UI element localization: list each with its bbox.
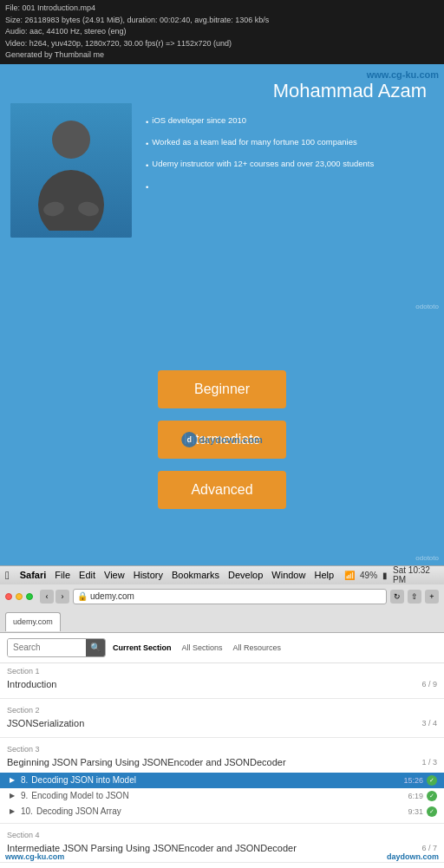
bullet-1: iOS developer since 2010 bbox=[152, 112, 246, 128]
section-2-title-row[interactable]: JSONSerialization 3 / 4 bbox=[0, 716, 444, 734]
lesson-9-title: Encoding Model to JSON bbox=[31, 791, 128, 800]
lesson-10-title: Decoding JSON Array bbox=[36, 806, 121, 816]
develop-menu[interactable]: Develop bbox=[228, 570, 263, 580]
new-tab-button[interactable]: + bbox=[425, 590, 439, 604]
bottom-left-watermark: www.cg-ku.com bbox=[5, 852, 64, 861]
file-info-line2: Size: 26118983 bytes (24.91 MiB), durati… bbox=[5, 15, 439, 27]
menu-bar:  Safari File Edit View History Bookmark… bbox=[0, 565, 444, 584]
section-1-label: Section 1 bbox=[0, 663, 444, 677]
share-button[interactable]: ⇧ bbox=[408, 590, 421, 604]
buttons-bottom-watermark: odototo bbox=[415, 554, 439, 562]
section-4-title: Intermediate JSON Parsing Using JSONEnco… bbox=[7, 843, 297, 853]
bullet-points: •iOS developer since 2010 •Worked as a t… bbox=[146, 112, 434, 199]
section-1-title-row[interactable]: Introduction 6 / 9 bbox=[0, 677, 444, 695]
filter-current-section[interactable]: Current Section bbox=[109, 642, 175, 654]
section-3-label: Section 3 bbox=[0, 741, 444, 755]
history-menu[interactable]: History bbox=[134, 570, 163, 580]
lesson-row-10[interactable]: ▶ 10. Decoding JSON Array 9:31 ✓ bbox=[0, 804, 444, 819]
daydown-overlay: d daydown.com bbox=[181, 432, 262, 447]
clock: Sat 10:32 PM bbox=[393, 565, 439, 584]
view-menu[interactable]: View bbox=[104, 570, 125, 580]
battery-icon: ▮ bbox=[382, 571, 388, 580]
buttons-area: Beginner d daydown.com Intermediate Adva… bbox=[0, 314, 444, 565]
reload-button[interactable]: ↻ bbox=[390, 590, 404, 604]
lesson-10-number: 10. bbox=[21, 806, 33, 816]
bookmarks-menu[interactable]: Bookmarks bbox=[172, 570, 219, 580]
tab-label: udemy.com bbox=[13, 617, 53, 626]
address-bar[interactable]: 🔒 udemy.com bbox=[73, 589, 387, 604]
lesson-9-number: 9. bbox=[21, 791, 28, 800]
search-icon: 🔍 bbox=[90, 643, 101, 652]
lesson-10-duration: 9:31 bbox=[408, 807, 423, 816]
back-button[interactable]: ‹ bbox=[40, 590, 54, 604]
lesson-9-left: ▶ 9. Encoding Model to JSON bbox=[7, 791, 129, 801]
play-icon-10: ▶ bbox=[7, 806, 17, 817]
apple-menu[interactable]:  bbox=[5, 569, 10, 582]
section-3-title-row[interactable]: Beginning JSON Parsing Using JSONEncoder… bbox=[0, 755, 444, 773]
safari-menu[interactable]: Safari bbox=[20, 570, 47, 580]
search-input[interactable] bbox=[8, 639, 86, 656]
lock-icon: 🔒 bbox=[77, 591, 88, 601]
lesson-8-duration: 15:26 bbox=[403, 776, 423, 785]
browser-tabs: udemy.com bbox=[0, 609, 444, 631]
nav-buttons: ‹ › bbox=[40, 590, 69, 604]
search-bar: 🔍 Current Section All Sections All Resou… bbox=[0, 633, 444, 663]
svg-point-1 bbox=[38, 170, 104, 231]
section-3-title: Beginning JSON Parsing Using JSONEncoder… bbox=[7, 757, 286, 767]
lesson-8-left: ▶ 8. Decoding JSON into Model bbox=[7, 775, 136, 786]
section-1-count: 6 / 9 bbox=[421, 680, 437, 689]
help-menu[interactable]: Help bbox=[314, 570, 334, 580]
section-4-title-row[interactable]: Intermediate JSON Parsing Using JSONEnco… bbox=[0, 841, 444, 858]
close-window-button[interactable] bbox=[5, 593, 12, 600]
instructor-photo bbox=[10, 103, 132, 238]
daydown-text: daydown.com bbox=[199, 434, 262, 445]
daydown-icon: d bbox=[181, 432, 197, 447]
play-icon-9: ▶ bbox=[7, 791, 17, 801]
lesson-8-check: ✓ bbox=[427, 775, 437, 786]
file-info-line3: Audio: aac, 44100 Hz, stereo (eng) bbox=[5, 26, 439, 38]
file-menu[interactable]: File bbox=[55, 570, 70, 580]
lesson-10-left: ▶ 10. Decoding JSON Array bbox=[7, 806, 121, 817]
search-input-wrapper: 🔍 bbox=[7, 638, 106, 657]
bullet-3: Udemy instructor with 12+ courses and ov… bbox=[152, 155, 374, 172]
battery-info: 49% bbox=[360, 571, 377, 580]
section-4-count: 6 / 7 bbox=[421, 844, 437, 852]
menu-items: Safari File Edit View History Bookmarks … bbox=[20, 570, 334, 580]
search-button[interactable]: 🔍 bbox=[86, 638, 105, 657]
section-4-label: Section 4 bbox=[0, 827, 444, 841]
lesson-9-check: ✓ bbox=[427, 791, 437, 801]
section-1-title: Introduction bbox=[7, 679, 56, 689]
wifi-icon: 📶 bbox=[344, 571, 355, 580]
forward-button[interactable]: › bbox=[56, 590, 69, 604]
edit-menu[interactable]: Edit bbox=[79, 570, 95, 580]
section-2-title: JSONSerialization bbox=[7, 718, 84, 728]
play-icon-8: ▶ bbox=[7, 775, 17, 786]
minimize-window-button[interactable] bbox=[16, 593, 23, 600]
svg-point-0 bbox=[52, 121, 90, 159]
filter-all-sections[interactable]: All Sections bbox=[179, 642, 226, 654]
file-info-line5: Generated by Thumbnail me bbox=[5, 49, 439, 62]
file-info-line4: Video: h264, yuv420p, 1280x720, 30.00 fp… bbox=[5, 38, 439, 50]
lesson-8-number: 8. bbox=[21, 775, 28, 785]
menu-right-icons: 📶 49% ▮ Sat 10:32 PM bbox=[344, 565, 439, 584]
bullet-2: Worked as a team lead for many fortune 1… bbox=[152, 134, 356, 150]
file-info-bar: File: 001 Introduction.mp4 Size: 2611898… bbox=[0, 0, 444, 64]
section-3-count: 1 / 3 bbox=[421, 758, 437, 767]
bottom-right-watermark: daydown.com bbox=[387, 852, 439, 861]
address-text: udemy.com bbox=[90, 591, 134, 601]
browser-tab-udemy[interactable]: udemy.com bbox=[5, 612, 61, 631]
maximize-window-button[interactable] bbox=[26, 593, 33, 600]
browser-chrome: ‹ › 🔒 udemy.com ↻ ⇧ + udemy.com bbox=[0, 584, 444, 633]
instructor-name: Mohammad Azam bbox=[273, 80, 427, 102]
beginner-button[interactable]: Beginner bbox=[158, 370, 286, 408]
window-menu[interactable]: Window bbox=[271, 570, 305, 580]
lesson-row-8[interactable]: ▶ 8. Decoding JSON into Model 15:26 ✓ bbox=[0, 773, 444, 788]
advanced-button[interactable]: Advanced bbox=[158, 471, 286, 509]
filter-all-resources[interactable]: All Resources bbox=[230, 642, 285, 654]
lesson-row-9[interactable]: ▶ 9. Encoding Model to JSON 6:19 ✓ bbox=[0, 788, 444, 804]
section-2-count: 3 / 4 bbox=[421, 719, 437, 728]
video-bottom-watermark: odototo bbox=[415, 303, 439, 310]
file-info-line1: File: 001 Introduction.mp4 bbox=[5, 3, 439, 15]
watermark-top-right: www.cg-ku.com bbox=[367, 69, 439, 80]
browser-toolbar: ‹ › 🔒 udemy.com ↻ ⇧ + bbox=[0, 584, 444, 609]
